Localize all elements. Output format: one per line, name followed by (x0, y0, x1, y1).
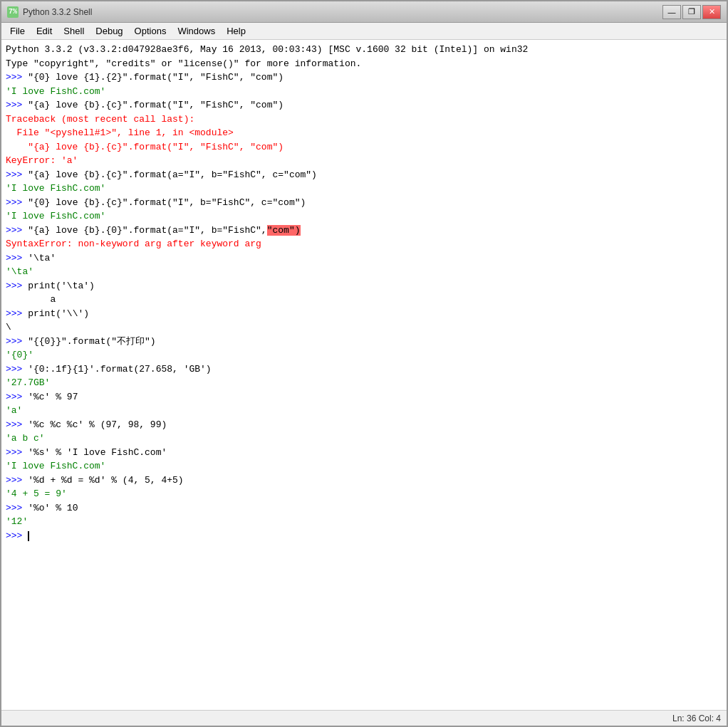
menu-help[interactable]: Help (221, 24, 251, 38)
traceback-3: "{a} love {b}.{c}".format("I", "FishC", … (6, 140, 722, 155)
prompt-11: >>> '%c' % 97 (6, 390, 722, 404)
output-5: a (6, 293, 722, 307)
prompt-1: >>> "{0} love {1}.{2}".format("I", "Fish… (6, 70, 722, 85)
prompt-2: >>> "{a} love {b}.{c}".format("I", "Fish… (6, 98, 722, 113)
output-8: '27.7GB' (6, 376, 722, 390)
menu-options[interactable]: Options (129, 24, 172, 38)
menu-file[interactable]: File (4, 24, 31, 38)
traceback-1: Traceback (most recent call last): (6, 113, 722, 127)
prompt-4: >>> "{0} love {b}.{c}".format("I", b="Fi… (6, 196, 722, 210)
menu-windows[interactable]: Windows (172, 24, 221, 38)
menu-bar: File Edit Shell Debug Options Windows He… (1, 23, 727, 40)
prompt-10: >>> '{0:.1f}{1}'.format(27.658, 'GB') (6, 362, 722, 377)
text-cursor (28, 531, 29, 541)
menu-debug[interactable]: Debug (90, 24, 128, 38)
prompt-14: >>> '%d + %d = %d' % (4, 5, 4+5) (6, 474, 722, 488)
main-window: 7% Python 3.3.2 Shell — ❐ ✕ File Edit Sh… (0, 0, 728, 727)
output-2: 'I love FishC.com' (6, 182, 722, 196)
output-9: 'a' (6, 404, 722, 418)
prompt-6: >>> '\ta' (6, 251, 722, 266)
prompt-12: >>> '%c %c %c' % (97, 98, 99) (6, 418, 722, 432)
cursor-position: Ln: 36 Col: 4 (672, 713, 721, 723)
restore-button[interactable]: ❐ (682, 5, 701, 19)
error-2: SyntaxError: non-keyword arg after keywo… (6, 237, 722, 251)
output-13: '12' (6, 515, 722, 529)
app-icon: 7% (7, 6, 19, 18)
output-1: 'I love FishC.com' (6, 85, 722, 99)
menu-shell[interactable]: Shell (58, 24, 90, 38)
window-title: Python 3.3.2 Shell (23, 7, 662, 17)
output-3: 'I love FishC.com' (6, 209, 722, 224)
error-1: KeyError: 'a' (6, 154, 722, 168)
info-line-2: Type "copyright", "credits" or "license(… (6, 57, 722, 71)
prompt-15: >>> '%o' % 10 (6, 501, 722, 516)
output-7: '{0}' (6, 348, 722, 362)
output-10: 'a b c' (6, 432, 722, 446)
minimize-button[interactable]: — (662, 5, 681, 19)
prompt-3: >>> "{a} love {b}.{c}".format(a="I", b="… (6, 168, 722, 182)
prompt-9: >>> "{{0}}".format("不打印") (6, 335, 722, 349)
prompt-16: >>> (6, 529, 722, 543)
output-4: '\ta' (6, 265, 722, 279)
traceback-2: File "<pyshell#1>", line 1, in <module> (6, 126, 722, 140)
prompt-13: >>> '%s' % 'I love FishC.com' (6, 446, 722, 460)
output-6: \ (6, 320, 722, 335)
info-line-1: Python 3.3.2 (v3.3.2:d047928ae3f6, May 1… (6, 43, 722, 57)
output-11: 'I love FishC.com' (6, 459, 722, 474)
menu-edit[interactable]: Edit (31, 24, 58, 38)
prompt-8: >>> print('\\') (6, 307, 722, 321)
title-bar: 7% Python 3.3.2 Shell — ❐ ✕ (1, 1, 727, 23)
output-12: '4 + 5 = 9' (6, 487, 722, 501)
shell-output[interactable]: Python 3.3.2 (v3.3.2:d047928ae3f6, May 1… (1, 40, 727, 710)
prompt-7: >>> print('\ta') (6, 279, 722, 293)
close-button[interactable]: ✕ (702, 5, 721, 19)
prompt-5: >>> "{a} love {b}.{0}".format(a="I", b="… (6, 224, 722, 238)
window-controls: — ❐ ✕ (662, 5, 721, 19)
status-bar: Ln: 36 Col: 4 (1, 710, 727, 726)
